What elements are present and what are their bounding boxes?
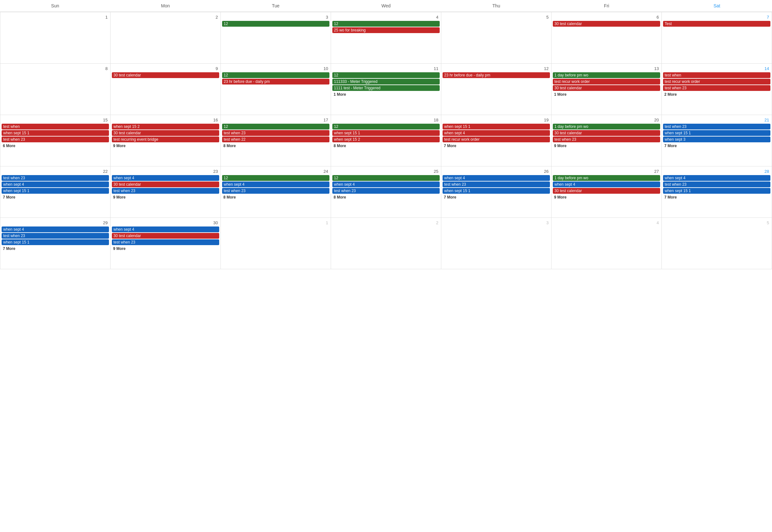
event[interactable]: when sept 15 1 — [443, 124, 550, 129]
more-link[interactable]: 9 More — [112, 194, 219, 200]
day-cell[interactable]: 41225 wo for breaking — [331, 12, 441, 64]
event[interactable]: 25 wo for breaking — [332, 27, 440, 33]
event[interactable]: when sept 15 1 — [2, 130, 109, 136]
day-cell[interactable]: 930 test calendar — [111, 64, 221, 115]
more-link[interactable]: 7 More — [2, 194, 109, 200]
event[interactable]: test when 23 — [663, 85, 770, 91]
event[interactable]: test when 23 — [553, 137, 660, 142]
day-cell[interactable]: 16when sept 15 230 test calendartest rec… — [111, 115, 221, 166]
day-cell[interactable]: 201 day before pm wo30 test calendartest… — [552, 115, 662, 166]
more-link[interactable]: 7 More — [2, 246, 109, 252]
day-cell[interactable]: 1812when sept 15 1when sept 15 28 More — [331, 115, 441, 166]
event[interactable]: 30 test calendar — [553, 21, 660, 27]
day-cell[interactable]: 4 — [552, 218, 662, 269]
more-link[interactable]: 7 More — [663, 194, 770, 200]
day-cell[interactable]: 1223 hr before due - daily pm — [441, 64, 552, 115]
event[interactable]: when sept 15 1 — [663, 188, 770, 194]
event[interactable]: when sept 4 — [2, 226, 109, 232]
event[interactable]: when sept 15 1 — [2, 188, 109, 194]
event[interactable]: 1 day before pm wo — [553, 175, 660, 181]
day-cell[interactable]: 7Test — [662, 12, 772, 64]
event[interactable]: 30 test calendar — [553, 85, 660, 91]
day-cell[interactable]: 2 — [111, 12, 221, 64]
event[interactable]: test recur work order — [663, 79, 770, 84]
event[interactable]: when sept 15 1 — [2, 239, 109, 245]
more-link[interactable]: 7 More — [663, 143, 770, 149]
event[interactable]: when sept 4 — [443, 175, 550, 181]
event[interactable]: test when 23 — [222, 188, 329, 194]
event[interactable]: test when 23 — [2, 175, 109, 181]
event[interactable]: 111333 - Meter Triggered — [332, 79, 440, 84]
day-cell[interactable]: 3 — [441, 218, 552, 269]
event[interactable]: 1111 test - Meter Triggered — [332, 85, 440, 91]
more-link[interactable]: 8 More — [332, 143, 440, 149]
event[interactable]: 12 — [332, 124, 440, 129]
event[interactable]: when sept 4 — [553, 182, 660, 187]
day-cell[interactable]: 2 — [331, 218, 441, 269]
event[interactable]: test when 23 — [443, 182, 550, 187]
event[interactable]: when sept 4 — [332, 182, 440, 187]
event[interactable]: test when — [2, 124, 109, 129]
day-cell[interactable]: 30when sept 430 test calendartest when 2… — [111, 218, 221, 269]
event[interactable]: test when 22 — [222, 137, 329, 142]
event[interactable]: Test — [663, 21, 770, 27]
event[interactable]: test when 23 — [663, 124, 770, 129]
day-cell[interactable]: 29when sept 4test when 23when sept 15 17… — [0, 218, 111, 269]
event[interactable]: when sept 4 — [443, 130, 550, 136]
event[interactable]: test recurring event bridge — [112, 137, 219, 142]
more-link[interactable]: 8 More — [332, 194, 440, 200]
event[interactable]: when sept 4 — [112, 175, 219, 181]
more-link[interactable]: 9 More — [112, 246, 219, 252]
event[interactable]: when sept 4 — [112, 226, 219, 232]
day-cell[interactable]: 21test when 23when sept 15 1when sept 37… — [662, 115, 772, 166]
event[interactable]: 12 — [332, 21, 440, 27]
day-cell[interactable]: 15test whenwhen sept 15 1test when 236 M… — [0, 115, 111, 166]
event[interactable]: when sept 4 — [2, 182, 109, 187]
day-cell[interactable]: 19when sept 15 1when sept 4test recur wo… — [441, 115, 552, 166]
day-cell[interactable]: 14test whentest recur work ordertest whe… — [662, 64, 772, 115]
day-cell[interactable]: 23when sept 430 test calendartest when 2… — [111, 166, 221, 218]
more-link[interactable]: 9 More — [553, 194, 660, 200]
day-cell[interactable]: 271 day before pm wowhen sept 430 test c… — [552, 166, 662, 218]
day-cell[interactable]: 630 test calendar — [552, 12, 662, 64]
day-cell[interactable]: 22test when 23when sept 4when sept 15 17… — [0, 166, 111, 218]
event[interactable]: 30 test calendar — [112, 182, 219, 187]
more-link[interactable]: 1 More — [332, 92, 440, 97]
event[interactable]: when sept 15 1 — [663, 130, 770, 136]
day-cell[interactable]: 131 day before pm wotest recur work orde… — [552, 64, 662, 115]
more-link[interactable]: 9 More — [112, 143, 219, 149]
event[interactable]: 12 — [332, 175, 440, 181]
event[interactable]: 23 hr before due - daily pm — [443, 72, 550, 78]
event[interactable]: 1 day before pm wo — [553, 124, 660, 129]
day-cell[interactable]: 1 — [0, 12, 111, 64]
event[interactable]: test when 23 — [2, 137, 109, 142]
event[interactable]: 12 — [222, 72, 329, 78]
more-link[interactable]: 7 More — [443, 143, 550, 149]
day-cell[interactable]: 101223 hr before due - daily pm — [221, 64, 331, 115]
more-link[interactable]: 6 More — [2, 143, 109, 149]
event[interactable]: when sept 15 1 — [443, 188, 550, 194]
event[interactable]: test when 23 — [332, 188, 440, 194]
more-link[interactable]: 8 More — [222, 143, 329, 149]
event[interactable]: when sept 4 — [222, 182, 329, 187]
event[interactable]: 12 — [222, 21, 329, 27]
event[interactable]: test recur work order — [553, 79, 660, 84]
more-link[interactable]: 8 More — [222, 194, 329, 200]
day-cell[interactable]: 1 — [221, 218, 331, 269]
day-cell[interactable]: 5 — [441, 12, 552, 64]
event[interactable]: 30 test calendar — [112, 130, 219, 136]
event[interactable]: test when 23 — [112, 239, 219, 245]
event[interactable]: when sept 15 2 — [112, 124, 219, 129]
event[interactable]: test when 23 — [2, 233, 109, 239]
event[interactable]: 23 hr before due - daily pm — [222, 79, 329, 84]
event[interactable]: 30 test calendar — [112, 72, 219, 78]
event[interactable]: 30 test calendar — [112, 233, 219, 239]
event[interactable]: 30 test calendar — [553, 188, 660, 194]
event[interactable]: 12 — [222, 124, 329, 129]
event[interactable]: 30 test calendar — [553, 130, 660, 136]
day-cell[interactable]: 5 — [662, 218, 772, 269]
event[interactable]: test when — [663, 72, 770, 78]
day-cell[interactable]: 2412when sept 4test when 238 More — [221, 166, 331, 218]
day-cell[interactable]: 26when sept 4test when 23when sept 15 17… — [441, 166, 552, 218]
event[interactable]: test when 23 — [663, 182, 770, 187]
